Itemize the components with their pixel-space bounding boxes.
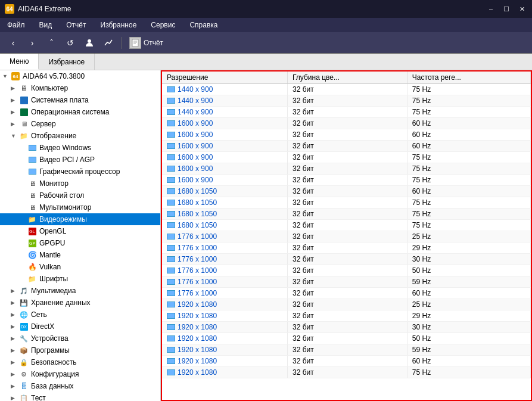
sidebar-item-video-pci[interactable]: Видео PCI / AGP	[0, 154, 160, 166]
sidebar-item-storage[interactable]: ▶💾Хранение данных	[0, 297, 160, 309]
sidebar-item-test[interactable]: ▶📋Тест	[0, 392, 160, 401]
cell-freq: 75 Hz	[407, 163, 530, 175]
icon-config: ⚙	[19, 369, 29, 379]
expand-arrow-gpgpu	[19, 240, 27, 246]
sidebar-item-desktop[interactable]: 🖥Рабочий стол	[0, 189, 160, 201]
sidebar-item-multimonitor[interactable]: 🖥Мультимонитор	[0, 201, 160, 213]
resolution-value: 1920 x 1080	[178, 312, 217, 320]
sidebar-item-directx[interactable]: ▶DXDirectX	[0, 321, 160, 332]
sidebar-label-display: Отображение	[31, 132, 76, 140]
menu-view[interactable]: Вид	[37, 20, 55, 30]
table-row[interactable]: 1600 x 90032 бит60 Hz	[162, 141, 531, 152]
table-row[interactable]: 1776 x 100032 бит30 Hz	[162, 254, 531, 265]
sidebar-item-fonts[interactable]: 📁Шрифты	[0, 273, 160, 285]
cell-resolution: 1440 x 900	[162, 95, 287, 107]
sidebar-item-gpgpu[interactable]: GPGPGPU	[0, 237, 160, 249]
table-row[interactable]: 1680 x 105032 бит75 Hz	[162, 197, 531, 209]
sidebar-item-network[interactable]: ▶🌐Сеть	[0, 309, 160, 321]
menu-help[interactable]: Справка	[187, 20, 220, 30]
table-row[interactable]: 1600 x 90032 бит75 Hz	[162, 175, 531, 186]
chart-button[interactable]	[100, 35, 117, 51]
sidebar-item-computer[interactable]: ▶🖥Компьютер	[0, 82, 160, 94]
sidebar-item-db[interactable]: ▶🗄База данных	[0, 380, 160, 392]
sidebar-label-desktop: Рабочий стол	[39, 191, 84, 200]
table-row[interactable]: 1600 x 90032 бит75 Hz	[162, 163, 531, 175]
sidebar-item-gpu[interactable]: Графический процессор	[0, 166, 160, 178]
toolbar: ‹ › ˄ ↺ Отчёт	[0, 32, 532, 54]
sidebar-item-video-windows[interactable]: Видео Windows	[0, 142, 160, 154]
table-row[interactable]: 1440 x 90032 бит75 Hz	[162, 107, 531, 118]
sidebar-item-server[interactable]: ▶🖥Сервер	[0, 118, 160, 130]
table-row[interactable]: 1776 x 100032 бит50 Hz	[162, 265, 531, 276]
sidebar-item-systemboard[interactable]: ▶Системная плата	[0, 94, 160, 106]
menu-file[interactable]: Файл	[5, 20, 27, 30]
sidebar-item-multimedia[interactable]: ▶🎵Мультимедиа	[0, 285, 160, 297]
table-body: 1440 x 90032 бит75 Hz1440 x 90032 бит75 …	[162, 84, 531, 378]
forward-button[interactable]: ›	[24, 35, 41, 51]
table-row[interactable]: 1440 x 90032 бит75 Hz	[162, 95, 531, 107]
cell-resolution: 1440 x 900	[162, 84, 287, 95]
tab-menu[interactable]: Меню	[0, 54, 39, 70]
cell-resolution: 1920 x 1080	[162, 322, 287, 333]
sidebar-item-os[interactable]: ▶Операционная система	[0, 106, 160, 118]
table-row[interactable]: 1600 x 90032 бит75 Hz	[162, 152, 531, 163]
sidebar-item-aida64[interactable]: ▼64AIDA64 v5.70.3800	[0, 70, 160, 82]
resolution-value: 1776 x 1000	[178, 278, 217, 286]
table-row[interactable]: 1680 x 105032 бит75 Hz	[162, 220, 531, 231]
table-row[interactable]: 1920 x 108032 бит75 Hz	[162, 367, 531, 378]
sidebar-label-test: Тест	[31, 394, 46, 401]
table-row[interactable]: 1920 x 108032 бит25 Hz	[162, 299, 531, 310]
sidebar-label-gpu: Графический процессор	[39, 167, 120, 176]
sidebar-item-devices[interactable]: ▶🔧Устройства	[0, 332, 160, 344]
table-row[interactable]: 1600 x 90032 бит60 Hz	[162, 118, 531, 129]
sidebar-item-security[interactable]: ▶🔒Безопасность	[0, 356, 160, 368]
minimize-button[interactable]: –	[486, 4, 496, 14]
sidebar-item-config[interactable]: ▶⚙Конфигурация	[0, 368, 160, 380]
table-row[interactable]: 1776 x 100032 бит60 Hz	[162, 288, 531, 299]
tab-favorites[interactable]: Избранное	[39, 54, 95, 70]
app-title: AIDA64 Extreme	[18, 5, 71, 13]
close-button[interactable]: ✕	[517, 4, 527, 14]
table-row[interactable]: 1600 x 90032 бит60 Hz	[162, 129, 531, 141]
table-row[interactable]: 1776 x 100032 бит29 Hz	[162, 243, 531, 254]
table-row[interactable]: 1776 x 100032 бит25 Hz	[162, 231, 531, 243]
table-row[interactable]: 1920 x 108032 бит30 Hz	[162, 322, 531, 333]
sidebar-item-monitor[interactable]: 🖥Монитор	[0, 178, 160, 189]
resolution-icon	[167, 301, 175, 307]
sidebar-item-software[interactable]: ▶📦Программы	[0, 344, 160, 356]
resolution-value: 1776 x 1000	[178, 255, 217, 263]
table-row[interactable]: 1776 x 100032 бит59 Hz	[162, 276, 531, 288]
menu-report[interactable]: Отчёт	[64, 20, 88, 30]
cell-freq: 25 Hz	[407, 299, 530, 310]
cell-freq: 60 Hz	[407, 186, 530, 197]
table-row[interactable]: 1440 x 90032 бит75 Hz	[162, 84, 531, 95]
menu-favorites[interactable]: Избранное	[98, 20, 139, 30]
resolution-value: 1600 x 900	[178, 153, 213, 161]
table-row[interactable]: 1920 x 108032 бит29 Hz	[162, 310, 531, 322]
sidebar-item-opengl[interactable]: GLOpenGL	[0, 225, 160, 237]
table-row[interactable]: 1920 x 108032 бит50 Hz	[162, 333, 531, 344]
cell-resolution: 1680 x 1050	[162, 186, 287, 197]
up-button[interactable]: ˄	[43, 35, 60, 51]
cell-freq: 75 Hz	[407, 84, 530, 95]
sidebar-item-display[interactable]: ▼📁Отображение	[0, 130, 160, 142]
table-row[interactable]: 1680 x 105032 бит75 Hz	[162, 209, 531, 220]
cell-freq: 60 Hz	[407, 356, 530, 367]
refresh-button[interactable]: ↺	[62, 35, 79, 51]
table-row[interactable]: 1680 x 105032 бит60 Hz	[162, 186, 531, 197]
sidebar-item-mantle[interactable]: 🌀Mantle	[0, 249, 160, 261]
table-wrapper[interactable]: Разрешение Глубина цве... Частота реге..…	[161, 70, 532, 401]
sidebar-item-vulkan[interactable]: 🔥Vulkan	[0, 261, 160, 273]
table-row[interactable]: 1920 x 108032 бит59 Hz	[162, 344, 531, 356]
maximize-button[interactable]: ☐	[501, 4, 512, 14]
user-button[interactable]	[81, 35, 98, 51]
menu-service[interactable]: Сервис	[148, 20, 178, 30]
table-row[interactable]: 1920 x 108032 бит60 Hz	[162, 356, 531, 367]
icon-network: 🌐	[19, 310, 29, 319]
resolution-icon	[167, 200, 175, 206]
cell-freq: 59 Hz	[407, 276, 530, 288]
col-depth: Глубина цве...	[287, 72, 407, 84]
resolution-value: 1920 x 1080	[178, 323, 217, 331]
back-button[interactable]: ‹	[5, 35, 21, 51]
sidebar-item-videomodes[interactable]: 📁Видеорежимы	[0, 213, 160, 225]
